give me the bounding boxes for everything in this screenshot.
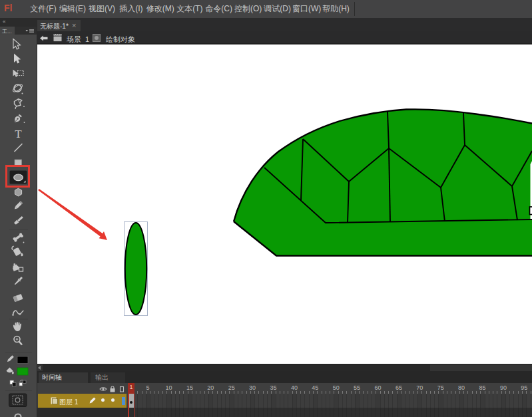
svg-text:T: T — [15, 128, 22, 140]
